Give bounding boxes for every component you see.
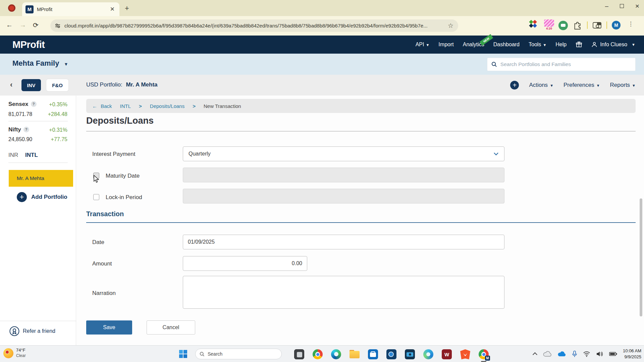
lockin-period-checkbox[interactable]: [93, 194, 99, 200]
chrome-active-window-icon[interactable]: M: [479, 349, 489, 359]
collapse-sidebar-icon[interactable]: ‹: [10, 80, 12, 89]
breadcrumb-deposits-loans[interactable]: Deposits/Loans: [150, 103, 184, 109]
portfolio-toolbar: ‹ INV F&O USD Portfolio: Mr. A Mehta + A…: [0, 75, 644, 96]
new-tab-button[interactable]: +: [125, 4, 129, 13]
breadcrumb-back[interactable]: ← Back: [92, 103, 112, 109]
notification-badge: [5, 350, 9, 354]
sidebar-item-portfolio-selected[interactable]: Mr. A Mehta: [9, 170, 73, 187]
weather-cloud-icon[interactable]: [543, 351, 552, 357]
forward-button[interactable]: →: [19, 21, 26, 29]
divider: [8, 121, 68, 121]
nav-help[interactable]: Help: [555, 42, 567, 48]
divider: [0, 321, 76, 321]
extension-420-icon[interactable]: 4:20: [544, 19, 554, 30]
edge-beta-icon[interactable]: [423, 349, 433, 359]
extension-diamonds-icon[interactable]: [529, 20, 537, 27]
toolbar-divider: [587, 21, 588, 29]
portfolio-title: USD Portfolio: Mr. A Mehta: [86, 81, 158, 88]
browser-profile-avatar[interactable]: M: [612, 21, 621, 29]
gift-icon[interactable]: [576, 41, 582, 48]
taskbar-search[interactable]: Search: [195, 349, 282, 359]
camera-app-icon[interactable]: [405, 349, 415, 359]
clock-time: 10:06 AM: [623, 348, 641, 354]
refer-label[interactable]: Refer a friend: [23, 328, 55, 334]
microphone-icon[interactable]: [572, 351, 577, 357]
site-settings-icon[interactable]: [55, 23, 60, 28]
nav-tools[interactable]: Tools▼: [529, 42, 546, 48]
mprofit-logo[interactable]: MProfit: [12, 39, 45, 50]
tray-chevron-up-icon[interactable]: [533, 352, 537, 357]
nav-dashboard[interactable]: Dashboard: [493, 42, 520, 48]
family-selector[interactable]: Mehta Family ▼: [12, 59, 68, 68]
weather-widget[interactable]: 74°F Clear: [0, 346, 57, 362]
cancel-button[interactable]: Cancel: [147, 320, 195, 335]
amount-input[interactable]: [183, 256, 307, 271]
actions-menu[interactable]: Actions▼: [529, 82, 553, 88]
reload-button[interactable]: ⟳: [33, 21, 39, 29]
start-button[interactable]: [179, 350, 187, 358]
index-name: Nifty?: [8, 126, 29, 133]
volume-icon[interactable]: [596, 351, 603, 357]
taskbar: 74°F Clear Search W: [0, 345, 644, 362]
tab-inv[interactable]: INV: [21, 79, 41, 91]
maximize-button[interactable]: [620, 4, 624, 8]
side-panel-search-icon[interactable]: [592, 21, 602, 30]
nav-import[interactable]: Import: [438, 42, 453, 48]
edge-icon[interactable]: [331, 349, 341, 359]
add-portfolio-label[interactable]: Add Portfolio: [31, 194, 67, 200]
browser-toolbar: ← → ⟳ cloud.mprofit.in/app/db/987b827999…: [0, 16, 644, 36]
taskbar-clock[interactable]: 10:06 AM 9/9/2025: [623, 348, 641, 360]
refer-a-friend[interactable]: [9, 326, 19, 338]
app-header: MProfit API▼ Import Analytics NEW Dashbo…: [0, 36, 644, 54]
main-content: ← Back INTL > Deposits/Loans > New Trans…: [76, 96, 644, 345]
browser-tab[interactable]: M MProfit ✕: [22, 2, 119, 16]
interest-payment-select[interactable]: Quarterly: [183, 146, 504, 161]
tab-fo[interactable]: F&O: [46, 79, 68, 91]
app-dark-utility-icon[interactable]: [294, 349, 304, 359]
tab-close-icon[interactable]: ✕: [109, 6, 116, 13]
maturity-date-checkbox[interactable]: [93, 173, 99, 179]
chrome-icon[interactable]: [313, 349, 323, 359]
minimize-button[interactable]: –: [605, 3, 608, 10]
divider: [86, 131, 636, 131]
caret-down-icon: ▼: [64, 62, 68, 67]
window-controls: – ×: [605, 2, 639, 10]
tab-inr[interactable]: INR: [8, 152, 18, 159]
scrollbar[interactable]: [640, 198, 642, 316]
breadcrumb-intl[interactable]: INTL: [120, 103, 131, 109]
narration-textarea[interactable]: [183, 276, 504, 309]
breadcrumb: ← Back INTL > Deposits/Loans > New Trans…: [86, 99, 636, 113]
save-button[interactable]: Save: [86, 320, 132, 335]
address-bar[interactable]: cloud.mprofit.in/app/db/987b827999952b6a…: [50, 19, 458, 32]
search-input[interactable]: [500, 61, 631, 67]
help-icon[interactable]: ?: [31, 101, 37, 107]
caret-down-icon: ▼: [426, 43, 429, 47]
help-icon[interactable]: ?: [23, 127, 29, 132]
add-portfolio-button[interactable]: +: [17, 192, 27, 202]
app-w-icon[interactable]: W: [442, 349, 452, 359]
clueso-extension-icon[interactable]: [558, 21, 568, 30]
outlook-icon[interactable]: [386, 349, 396, 359]
nav-analytics[interactable]: Analytics NEW: [463, 42, 484, 48]
profile-initial: M: [614, 22, 618, 28]
account-name: Info Clueso: [600, 42, 627, 48]
index-name: Sensex?: [8, 101, 37, 108]
battery-icon[interactable]: [609, 352, 617, 356]
file-explorer-icon[interactable]: [350, 350, 360, 359]
preferences-menu[interactable]: Preferences▼: [564, 82, 600, 88]
browser-menu-icon[interactable]: ⋮: [628, 20, 634, 27]
date-input[interactable]: [183, 235, 504, 249]
microsoft-store-icon[interactable]: [368, 349, 378, 359]
nav-account[interactable]: Info Clueso ▼: [591, 42, 635, 48]
back-button[interactable]: ←: [6, 21, 13, 29]
add-button[interactable]: +: [510, 81, 519, 89]
onedrive-icon[interactable]: [557, 351, 566, 357]
brave-icon[interactable]: [460, 349, 470, 359]
nav-api[interactable]: API▼: [416, 42, 430, 48]
wifi-icon[interactable]: [583, 351, 590, 357]
extensions-puzzle-icon[interactable]: [573, 21, 582, 29]
reports-menu[interactable]: Reports▼: [610, 82, 636, 88]
bookmark-star-icon[interactable]: ☆: [448, 22, 453, 29]
close-window-button[interactable]: ×: [635, 2, 639, 10]
tab-intl[interactable]: INTL: [25, 152, 38, 159]
